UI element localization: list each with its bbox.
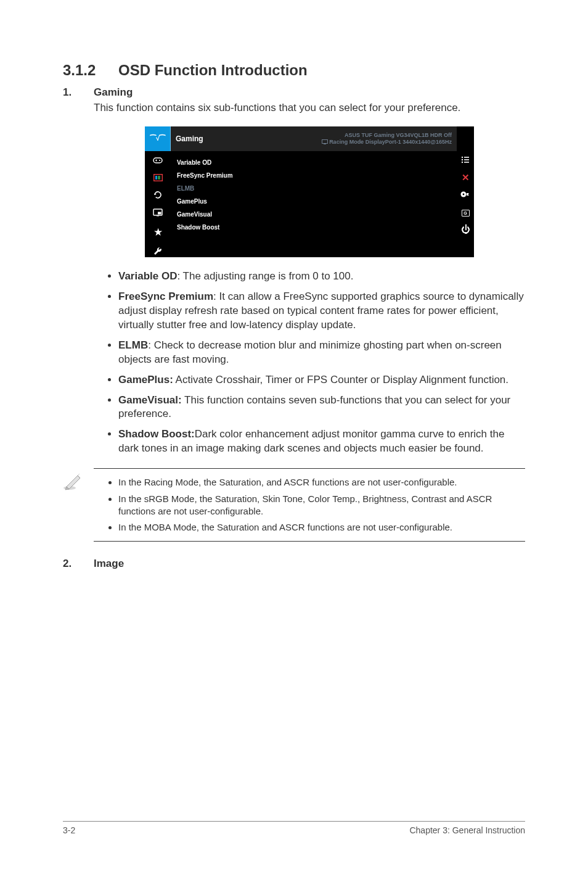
list-item: GameVisual: This function contains seven… [118, 394, 525, 422]
close-x-icon: ✕ [462, 172, 470, 183]
osd-item: FreeSync Premium [171, 169, 457, 182]
list-item: Shadow Boost:Dark color enhancement adju… [118, 427, 525, 456]
pip-icon [153, 208, 163, 218]
power-icon: ⏻ [461, 224, 470, 234]
list-item: FreeSync Premium: It can allow a FreeSyn… [118, 290, 525, 332]
osd-menu: Gaming ASUS TUF Gaming VG34VQL1B HDR Off… [171, 126, 457, 257]
svg-point-1 [159, 160, 160, 161]
svg-rect-11 [464, 157, 469, 158]
g-box-icon: G [462, 207, 470, 217]
svg-rect-15 [464, 162, 469, 163]
svg-rect-3 [155, 176, 157, 179]
subsection-title: Image [94, 558, 525, 570]
note-block: In the Racing Mode, the Saturation, and … [63, 468, 525, 542]
osd-header-line1: ASUS TUF Gaming VG34VQL1B HDR Off [322, 132, 452, 139]
list-item: In the sRGB Mode, the Saturation, Skin T… [118, 493, 525, 518]
svg-rect-0 [153, 158, 162, 163]
svg-rect-6 [158, 212, 161, 214]
wrench-icon [153, 246, 163, 257]
rotate-icon [153, 191, 163, 201]
list-item: In the MOBA Mode, the Saturation and ASC… [118, 521, 525, 534]
svg-rect-4 [158, 176, 160, 179]
section-number: 3.1.2 [63, 62, 118, 79]
list-item: Variable OD: The adjusting range is from… [118, 270, 525, 284]
subsection-intro: This function contains six sub-functions… [94, 101, 525, 115]
svg-point-12 [462, 159, 463, 160]
svg-point-10 [462, 157, 463, 158]
list-item: GamePlus: Activate Crosshair, Timer or F… [118, 373, 525, 387]
svg-rect-8 [322, 139, 327, 143]
section-heading: 3.1.2OSD Function Introduction [63, 62, 525, 79]
svg-point-14 [462, 162, 463, 163]
osd-screenshot: ⁀√⁀ ★ Gaming ASUS TUF Gaming VG34 [145, 126, 474, 257]
osd-menu-header: Gaming ASUS TUF Gaming VG34VQL1B HDR Off… [171, 126, 457, 151]
controller-icon [153, 156, 163, 166]
pencil-note-icon [63, 472, 84, 493]
image-icon [153, 173, 163, 183]
osd-menu-title: Gaming [176, 134, 203, 143]
menu-list-icon [461, 156, 470, 165]
chapter-label: Chapter 3: General Instruction [409, 825, 525, 835]
svg-rect-13 [464, 159, 469, 160]
osd-item-list: Variable OD FreeSync Premium ELMB GamePl… [171, 151, 457, 239]
osd-item: GamePlus [171, 195, 457, 208]
list-item: ELMB: Check to decrease motion blur and … [118, 339, 525, 367]
bullet-list: Variable OD: The adjusting range is from… [94, 270, 525, 456]
joystick-dot-icon [460, 191, 470, 200]
page-number: 3-2 [63, 825, 75, 835]
svg-point-17 [463, 194, 465, 196]
page-footer: 3-2 Chapter 3: General Instruction [63, 821, 525, 835]
osd-item: Variable OD [171, 156, 457, 169]
pulse-icon: ⁀√⁀ [145, 126, 171, 151]
subsection-title: Gaming [94, 86, 525, 99]
osd-header-line2: Racing Mode DisplayPort-1 3440x1440@165H… [322, 139, 452, 146]
subsection-number: 1. [63, 86, 94, 462]
osd-item: ELMB [171, 182, 457, 195]
list-item: In the Racing Mode, the Saturation, and … [118, 476, 525, 489]
svg-rect-7 [157, 215, 159, 216]
osd-item: GameVisual [171, 208, 457, 221]
osd-right-icon-column: ✕ G ⏻ [457, 126, 474, 257]
section-title: OSD Function Introduction [118, 62, 308, 78]
svg-rect-9 [324, 144, 326, 144]
star-icon: ★ [153, 226, 163, 239]
osd-left-icon-column: ⁀√⁀ ★ [145, 126, 171, 257]
note-list: In the Racing Mode, the Saturation, and … [94, 476, 525, 534]
subsection-number: 2. [63, 558, 94, 572]
osd-item: Shadow Boost [171, 221, 457, 234]
